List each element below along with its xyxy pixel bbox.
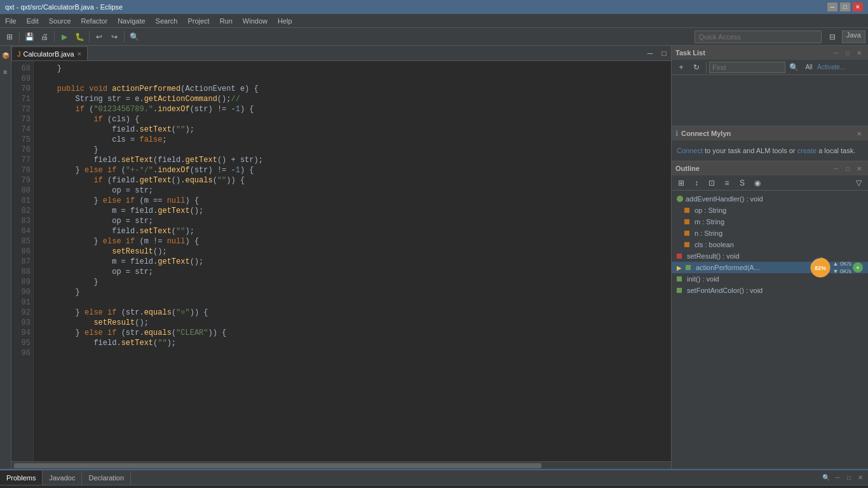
toolbar: ⊞ 💾 🖨 ▶ 🐛 ↩ ↪ 🔍 ⊟ Java	[0, 28, 868, 46]
outline-hide-fields-btn[interactable]: ≡	[720, 176, 734, 190]
field-icon-orange-n	[684, 231, 689, 236]
task-list-minimize[interactable]: ─	[831, 48, 841, 58]
undo-button[interactable]: ↩	[92, 30, 106, 44]
maximize-button[interactable]: □	[840, 3, 850, 11]
task-list-controls: ─ □ ✕	[831, 48, 864, 58]
hscroll-thumb[interactable]	[14, 463, 541, 468]
perspective-layout-btn[interactable]: ⊟	[825, 30, 839, 44]
redo-button[interactable]: ↪	[107, 30, 121, 44]
menu-refactor[interactable]: Refactor	[76, 14, 113, 28]
tab-icon: J	[17, 50, 21, 58]
menu-search[interactable]: Search	[151, 14, 183, 28]
code-editor[interactable]: } public void actionPerformed(ActionEven…	[34, 61, 671, 461]
task-list-header: Task List ─ □ ✕	[672, 46, 868, 60]
method-icon-green-font	[677, 288, 682, 293]
add-monitor-btn[interactable]: +	[853, 262, 863, 273]
outline-item-actionPerformed[interactable]: ▶ actionPerformed(A... 82% ▲ 0K/s	[672, 262, 868, 273]
main-layout: 📦 ≡ J CalculatorB.java ✕ ─ □ 6869707172 …	[0, 46, 868, 469]
print-button[interactable]: 🖨	[37, 30, 51, 44]
toolbar-separator-3	[89, 31, 90, 43]
outline-collapse-btn[interactable]: ⊞	[674, 176, 688, 190]
package-explorer-btn[interactable]: 📦	[0, 48, 13, 62]
outline-maximize[interactable]: □	[843, 163, 853, 173]
outline-menu-btn[interactable]: ▽	[851, 176, 865, 190]
method-icon-green-init	[677, 276, 682, 281]
minimize-button[interactable]: ─	[827, 3, 837, 11]
quick-access-box	[695, 30, 822, 43]
outline-item-setFontAndColor[interactable]: setFontAndColor() : void	[672, 285, 868, 296]
bottom-tab-bar: Problems Javadoc Declaration 🔍 ─ □ ✕	[0, 470, 868, 485]
task-list-maximize[interactable]: □	[843, 48, 853, 58]
save-button[interactable]: 💾	[22, 30, 36, 44]
editor-tab-calculatorb[interactable]: J CalculatorB.java ✕	[11, 46, 88, 60]
java-perspective-btn[interactable]: Java	[842, 30, 865, 43]
menu-run[interactable]: Run	[215, 14, 238, 28]
left-gutter: 📦 ≡	[0, 46, 11, 469]
create-link[interactable]: create	[797, 147, 817, 154]
hierarchy-btn[interactable]: ≡	[0, 65, 13, 79]
problems-content: 0 errors, 3 warnings, 0 others Descripti…	[0, 485, 868, 488]
outline-item-op[interactable]: op : String	[672, 205, 868, 216]
close-button[interactable]: ✕	[853, 3, 863, 11]
connect-link[interactable]: Connect	[677, 147, 703, 154]
search-button[interactable]: 🔍	[127, 30, 141, 44]
outline-sort-btn[interactable]: ↕	[689, 176, 703, 190]
line-numbers: 6869707172 7374757677 7879808182 8384858…	[11, 61, 34, 461]
problems-minimize[interactable]: ─	[832, 473, 843, 483]
field-icon-orange-m	[684, 219, 689, 224]
problems-filter-btn[interactable]: 🔍	[821, 473, 831, 483]
connect-mylyn-content: Connect to your task and ALM tools or cr…	[672, 140, 868, 161]
field-icon-orange	[684, 208, 689, 213]
tab-close-icon[interactable]: ✕	[77, 51, 82, 57]
outline-hide-nondef-btn[interactable]: ◉	[750, 176, 764, 190]
task-find-btn[interactable]: 🔍	[787, 60, 801, 74]
outline-panel: Outline ─ □ ✕ ⊞ ↕ ⊡ ≡ S ◉ ▽	[672, 161, 868, 469]
tab-problems[interactable]: Problems	[0, 471, 43, 485]
outline-close[interactable]: ✕	[854, 163, 864, 173]
outline-toolbar: ⊞ ↕ ⊡ ≡ S ◉ ▽	[672, 175, 868, 191]
gauge-chart: 82%	[809, 256, 832, 279]
debug-button[interactable]: 🐛	[72, 30, 86, 44]
outline-item-cls[interactable]: cls : boolean	[672, 239, 868, 250]
outline-item-addEventHandler[interactable]: addEventHandler() : void	[672, 193, 868, 205]
task-separator	[706, 62, 707, 73]
outline-filter-btn[interactable]: ⊡	[705, 176, 719, 190]
toolbar-separator-1	[19, 31, 20, 43]
connect-mylyn-text: Connect to your task and ALM tools or cr…	[677, 146, 863, 156]
title-bar: qxt - qxt/src/CalculatorB.java - Eclipse…	[0, 0, 868, 14]
toolbar-right: ⊟ Java	[825, 30, 865, 44]
problems-maximize[interactable]: □	[844, 473, 854, 483]
task-list-close[interactable]: ✕	[854, 48, 864, 58]
outline-hide-static-btn[interactable]: S	[735, 176, 749, 190]
outline-item-m[interactable]: m : String	[672, 216, 868, 227]
new-button[interactable]: ⊞	[3, 30, 17, 44]
outline-item-n[interactable]: n : String	[672, 227, 868, 239]
menu-project[interactable]: Project	[182, 14, 214, 28]
quick-access-input[interactable]	[695, 30, 822, 43]
task-add-btn[interactable]: +	[674, 60, 688, 74]
task-list-title: Task List	[675, 49, 705, 57]
task-list-panel: Task List ─ □ ✕ + ↻ 🔍 All Activate...	[672, 46, 868, 126]
menu-window[interactable]: Window	[238, 14, 273, 28]
tab-javadoc[interactable]: Javadoc	[43, 471, 82, 485]
tab-declaration[interactable]: Declaration	[82, 471, 131, 485]
minimize-editor-btn[interactable]: ─	[643, 46, 657, 60]
task-find-input[interactable]	[709, 62, 785, 73]
task-activate-link[interactable]: Activate...	[817, 64, 845, 71]
outline-minimize[interactable]: ─	[831, 163, 841, 173]
field-icon-orange-cls	[684, 242, 689, 247]
mylyn-close[interactable]: ✕	[854, 128, 864, 139]
menu-navigate[interactable]: Navigate	[112, 14, 150, 28]
bottom-tab-controls: 🔍 ─ □ ✕	[818, 473, 868, 483]
toolbar-separator-4	[124, 31, 125, 43]
problems-close[interactable]: ✕	[855, 473, 865, 483]
editor-hscrollbar[interactable]	[11, 461, 671, 469]
task-all-btn[interactable]: All	[802, 60, 816, 74]
run-button[interactable]: ▶	[57, 30, 71, 44]
menu-help[interactable]: Help	[273, 14, 297, 28]
task-sync-btn[interactable]: ↻	[689, 60, 703, 74]
maximize-editor-btn[interactable]: □	[657, 46, 671, 60]
menu-edit[interactable]: Edit	[22, 14, 44, 28]
menu-file[interactable]: File	[0, 14, 22, 28]
menu-source[interactable]: Source	[44, 14, 76, 28]
